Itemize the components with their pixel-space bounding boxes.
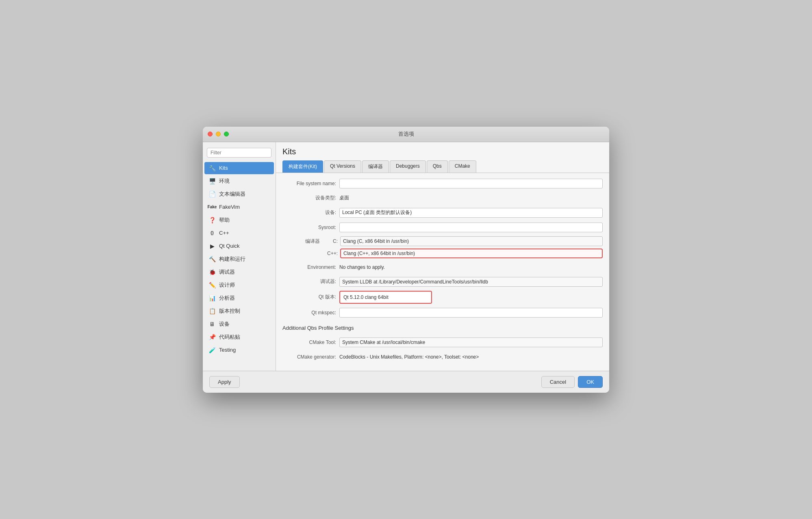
sidebar-item-env[interactable]: 🖥️ 环境 (204, 175, 274, 187)
footer-right: Cancel OK (541, 376, 603, 388)
env-icon: 🖥️ (208, 177, 216, 185)
sidebar-item-build-run[interactable]: 🔨 构建和运行 (204, 253, 274, 265)
devices-icon: 🖥 (208, 320, 216, 328)
device-input[interactable] (339, 208, 603, 218)
device-row: 设备: (282, 207, 603, 218)
file-system-name-label: File system name: (282, 181, 339, 186)
text-editor-icon: 📄 (208, 190, 216, 198)
window-title: 首选项 (398, 130, 414, 138)
tab-build-kit[interactable]: 构建套件(Kit) (282, 160, 323, 173)
qt-mkspec-label: Qt mkspec: (282, 310, 339, 316)
tab-debuggers[interactable]: Debuggers (390, 160, 426, 173)
sidebar-item-label: 版本控制 (219, 307, 240, 315)
sidebar-item-analyzer[interactable]: 📊 分析器 (204, 292, 274, 304)
tabs-bar: 构建套件(Kit) Qt Versions 编译器 Debuggers Qbs … (282, 160, 603, 173)
fakevim-icon: Fake (208, 203, 216, 211)
sidebar-item-label: 构建和运行 (219, 255, 245, 263)
sidebar-item-label: 帮助 (219, 216, 230, 224)
titlebar-buttons (208, 132, 229, 136)
sysroot-row: Sysroot: (282, 222, 603, 233)
page-title: Kits (282, 147, 603, 156)
file-system-name-input[interactable] (339, 179, 603, 188)
sidebar-item-cpp[interactable]: {} C++ (204, 227, 274, 239)
environment-row: Environment: No changes to apply. (282, 262, 603, 273)
cmake-generator-row: CMake generator: CodeBlocks - Unix Makef… (282, 351, 603, 363)
cancel-button[interactable]: Cancel (541, 376, 575, 388)
content-area: File system name: 设备类型: 桌面 设备: Sysroot: (276, 173, 609, 371)
sidebar-item-label: Testing (219, 347, 236, 353)
tab-qbs[interactable]: Qbs (427, 160, 448, 173)
filter-input[interactable] (207, 148, 271, 158)
compiler-cpp-label: C++: (323, 251, 338, 256)
apply-button[interactable]: Apply (209, 376, 240, 388)
sidebar-item-version-control[interactable]: 📋 版本控制 (204, 305, 274, 317)
sysroot-input[interactable] (339, 223, 603, 232)
testing-icon: 🧪 (208, 346, 216, 354)
sidebar-item-label: 调试器 (219, 268, 235, 276)
sidebar-item-label: 设计师 (219, 281, 235, 289)
device-label: 设备: (282, 209, 339, 216)
cmake-tool-row: CMake Tool: (282, 337, 603, 348)
sidebar-item-designer[interactable]: ✏️ 设计师 (204, 279, 274, 291)
maximize-button[interactable] (224, 132, 229, 136)
sidebar-item-testing[interactable]: 🧪 Testing (204, 344, 274, 356)
build-run-icon: 🔨 (208, 255, 216, 263)
sidebar: 🔧 Kits 🖥️ 环境 📄 文本编辑器 Fake FakeVim ❓ 帮助 {… (203, 142, 276, 371)
sidebar-item-help[interactable]: ❓ 帮助 (204, 214, 274, 226)
kits-icon: 🔧 (208, 164, 216, 172)
close-button[interactable] (208, 132, 213, 136)
device-type-label: 设备类型: (282, 195, 339, 201)
qt-version-input[interactable] (341, 292, 430, 302)
sidebar-item-fakevim[interactable]: Fake FakeVim (204, 201, 274, 213)
sidebar-item-qt-quick[interactable]: ▶ Qt Quick (204, 240, 274, 252)
cmake-generator-value: CodeBlocks - Unix Makefiles, Platform: <… (339, 354, 603, 360)
cmake-tool-input[interactable] (339, 337, 603, 347)
debugger-row: 调试器: (282, 276, 603, 288)
qt-mkspec-input[interactable] (339, 308, 603, 318)
compiler-section: 编译器 C: C++: (282, 236, 603, 258)
sidebar-item-label: 设备 (219, 320, 230, 328)
additional-qbs-row: Additional Qbs Profile Settings (282, 322, 603, 333)
minimize-button[interactable] (216, 132, 221, 136)
sidebar-item-code-paste[interactable]: 📌 代码粘贴 (204, 331, 274, 343)
sidebar-item-text-editor[interactable]: 📄 文本编辑器 (204, 188, 274, 200)
compiler-rows: C: C++: (323, 236, 603, 258)
version-control-icon: 📋 (208, 307, 216, 315)
compiler-label: 编译器 (282, 236, 323, 245)
window-body: 🔧 Kits 🖥️ 环境 📄 文本编辑器 Fake FakeVim ❓ 帮助 {… (203, 142, 609, 371)
tab-qt-versions[interactable]: Qt Versions (324, 160, 361, 173)
debugger-label: 调试器: (282, 278, 339, 285)
sidebar-item-label: Qt Quick (219, 243, 240, 249)
sidebar-item-devices[interactable]: 🖥 设备 (204, 318, 274, 330)
tab-compilers[interactable]: 编译器 (362, 160, 389, 173)
qt-version-row: Qt 版本: (282, 291, 603, 304)
compiler-cpp-input[interactable] (340, 249, 603, 258)
sidebar-item-label: C++ (219, 230, 229, 236)
device-type-value: 桌面 (339, 195, 603, 201)
sidebar-item-label: Kits (219, 165, 228, 171)
cpp-icon: {} (208, 229, 216, 237)
cmake-tool-label: CMake Tool: (282, 340, 339, 345)
analyzer-icon: 📊 (208, 294, 216, 302)
environment-value: No changes to apply. (339, 264, 603, 270)
device-type-row: 设备类型: 桌面 (282, 192, 603, 204)
qt-mkspec-row: Qt mkspec: (282, 307, 603, 318)
code-paste-icon: 📌 (208, 333, 216, 341)
main-window: 首选项 🔧 Kits 🖥️ 环境 📄 文本编辑器 Fake FakeVim (203, 127, 609, 393)
file-system-name-row: File system name: (282, 178, 603, 189)
sidebar-item-label: 分析器 (219, 294, 235, 302)
sidebar-item-kits[interactable]: 🔧 Kits (204, 162, 274, 174)
sidebar-item-debugger[interactable]: 🐞 调试器 (204, 266, 274, 278)
sidebar-item-label: 环境 (219, 177, 230, 185)
main-header: Kits 构建套件(Kit) Qt Versions 编译器 Debuggers… (276, 142, 609, 173)
tab-cmake[interactable]: CMake (449, 160, 476, 173)
sysroot-label: Sysroot: (282, 225, 339, 230)
debugger-input[interactable] (339, 277, 603, 287)
ok-button[interactable]: OK (578, 376, 603, 388)
footer: Apply Cancel OK (203, 371, 609, 393)
titlebar: 首选项 (203, 127, 609, 142)
help-icon: ❓ (208, 216, 216, 224)
qt-version-label: Qt 版本: (282, 294, 339, 301)
cmake-generator-label: CMake generator: (282, 354, 339, 360)
compiler-c-input[interactable] (340, 236, 603, 246)
